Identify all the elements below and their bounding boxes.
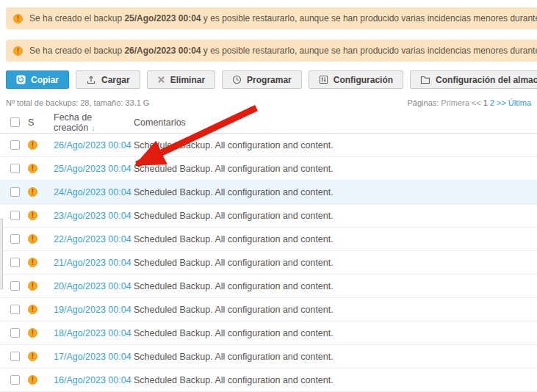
column-header-date[interactable]: Fecha de creación↓ [54, 112, 134, 133]
backup-warning-banner: Se ha creado el backup 26/Ago/2023 00:04… [6, 40, 537, 62]
backup-date-link[interactable]: 17/Ago/2023 00:04 [54, 352, 134, 362]
backup-row: 18/Ago/2023 00:04 Scheduled Backup. All … [0, 322, 537, 345]
backup-date-link[interactable]: 22/Ago/2023 00:04 [54, 234, 134, 244]
toolbar-button-label: Configuración del almacenamiento remoto [436, 75, 537, 85]
warning-icon [28, 140, 37, 150]
backup-date-link[interactable]: 16/Ago/2023 00:04 [54, 375, 134, 385]
backup-row: 21/Ago/2023 00:04 Scheduled Backup. All … [0, 251, 537, 275]
backup-comment: Scheduled Backup. All configuration and … [134, 187, 537, 197]
toolbar-button-label: Programar [247, 75, 292, 85]
banner-date: 25/Ago/2023 00:04 [124, 13, 201, 23]
statusbar: Nº total de backups: 28, tamaño: 33.1 G … [6, 98, 531, 107]
banner-text: Se ha creado el backup 26/Ago/2023 00:04… [29, 46, 537, 56]
backup-count-summary: Nº total de backups: 28, tamaño: 33.1 G [6, 98, 149, 107]
backup-row: 22/Ago/2023 00:04 Scheduled Backup. All … [0, 228, 537, 251]
backup-row: 20/Ago/2023 00:04 Scheduled Backup. All … [0, 275, 537, 298]
pagination-segment: 1 [483, 98, 488, 107]
backup-row: 19/Ago/2023 00:04 Scheduled Backup. All … [0, 298, 537, 322]
backup-row: 25/Ago/2023 00:04 Scheduled Backup. All … [0, 157, 537, 181]
scrollbar-fragment[interactable] [0, 219, 3, 289]
backup-comment: Scheduled Backup. All configuration and … [134, 140, 537, 150]
row-checkbox[interactable] [10, 352, 20, 361]
backup-comment: Scheduled Backup. All configuration and … [134, 164, 537, 174]
row-checkbox[interactable] [10, 187, 20, 197]
backup-row: 16/Ago/2023 00:04 Scheduled Backup. All … [0, 369, 537, 392]
row-checkbox[interactable] [10, 258, 20, 267]
pagination-segment[interactable]: 2 [490, 98, 494, 107]
toolbar-button-label: Cargar [101, 75, 130, 85]
row-checkbox[interactable] [10, 140, 20, 150]
copy-icon [16, 75, 26, 84]
backup-comment: Scheduled Backup. All configuration and … [134, 234, 537, 244]
warning-icon [28, 211, 37, 220]
backup-comment: Scheduled Backup. All configuration and … [134, 258, 537, 268]
backup-date-link[interactable]: 21/Ago/2023 00:04 [54, 258, 134, 268]
warning-icon [28, 258, 37, 267]
pagination-segment[interactable]: Última [508, 98, 531, 107]
warning-icon [28, 234, 37, 244]
warning-icon [28, 375, 37, 385]
warning-icon [13, 14, 23, 23]
toolbar-button-label: Copiar [31, 75, 59, 85]
row-checkbox[interactable] [10, 211, 20, 220]
row-checkbox[interactable] [10, 328, 20, 338]
toolbar-button-label: Configuración [334, 75, 393, 85]
column-header-comments: Comentarios [134, 117, 537, 128]
pagination-segment: << [472, 98, 481, 107]
backup-warning-banner: Se ha creado el backup 25/Ago/2023 00:04… [6, 7, 537, 29]
toolbar-button[interactable]: Eliminar [147, 70, 215, 89]
warning-icon [28, 352, 37, 361]
pagination: Páginas:Primera<<12>>Última [406, 98, 531, 107]
backup-date-link[interactable]: 26/Ago/2023 00:04 [54, 140, 134, 150]
warning-icon [28, 305, 37, 314]
toolbar-button[interactable]: Programar [222, 70, 302, 89]
pagination-label: Páginas: [408, 98, 439, 107]
toolbar-button[interactable]: Configuración del almacenamiento remoto [410, 70, 537, 89]
sort-descending-icon: ↓ [91, 123, 95, 132]
warning-icon [28, 187, 37, 197]
upload-icon [86, 75, 96, 85]
toolbar-button[interactable]: Cargar [76, 70, 140, 89]
backup-date-link[interactable]: 19/Ago/2023 00:04 [54, 305, 134, 315]
backup-comment: Scheduled Backup. All configuration and … [134, 352, 537, 362]
row-checkbox[interactable] [10, 164, 20, 173]
backup-comment: Scheduled Backup. All configuration and … [134, 281, 537, 291]
backup-table: S Fecha de creación↓ Comentarios 26/Ago/… [0, 112, 537, 392]
row-checkbox[interactable] [10, 234, 20, 244]
backup-comment: Scheduled Backup. All configuration and … [134, 211, 537, 221]
backup-date-link[interactable]: 23/Ago/2023 00:04 [54, 211, 134, 221]
toolbar-button[interactable]: Copiar [6, 70, 69, 89]
backup-row: 26/Ago/2023 00:04 Scheduled Backup. All … [0, 134, 537, 157]
sliders-icon [319, 75, 328, 84]
backup-date-link[interactable]: 20/Ago/2023 00:04 [54, 281, 134, 291]
warning-icon [28, 281, 37, 291]
warning-icon [13, 46, 23, 56]
toolbar-button-label: Eliminar [170, 75, 205, 85]
warning-icon [28, 328, 37, 338]
backup-comment: Scheduled Backup. All configuration and … [134, 305, 537, 315]
clock-icon [232, 75, 242, 84]
table-header-row: S Fecha de creación↓ Comentarios [0, 112, 537, 134]
row-checkbox[interactable] [10, 375, 20, 385]
folder-icon [420, 75, 430, 84]
backup-date-link[interactable]: 18/Ago/2023 00:04 [54, 328, 134, 338]
banner-date: 26/Ago/2023 00:04 [124, 46, 201, 56]
backup-row: 23/Ago/2023 00:04 Scheduled Backup. All … [0, 204, 537, 228]
backup-date-link[interactable]: 24/Ago/2023 00:04 [54, 187, 134, 197]
backup-comment: Scheduled Backup. All configuration and … [134, 375, 537, 385]
delete-icon [157, 76, 165, 84]
toolbar: Copiar Cargar Eliminar Programar Configu… [6, 70, 537, 89]
banner-list: Se ha creado el backup 25/Ago/2023 00:04… [0, 7, 537, 62]
pagination-segment: Primera [441, 98, 469, 107]
backup-row: 17/Ago/2023 00:04 Scheduled Backup. All … [0, 345, 537, 369]
backup-date-link[interactable]: 25/Ago/2023 00:04 [54, 164, 134, 174]
toolbar-button[interactable]: Configuración [309, 70, 403, 89]
row-checkbox[interactable] [10, 281, 20, 291]
warning-icon [28, 164, 37, 173]
pagination-segment[interactable]: >> [497, 98, 506, 107]
banner-text: Se ha creado el backup 25/Ago/2023 00:04… [29, 13, 537, 23]
select-all-checkbox[interactable] [10, 117, 20, 127]
column-header-status: S [28, 117, 54, 128]
backup-comment: Scheduled Backup. All configuration and … [134, 328, 537, 338]
row-checkbox[interactable] [10, 305, 20, 314]
